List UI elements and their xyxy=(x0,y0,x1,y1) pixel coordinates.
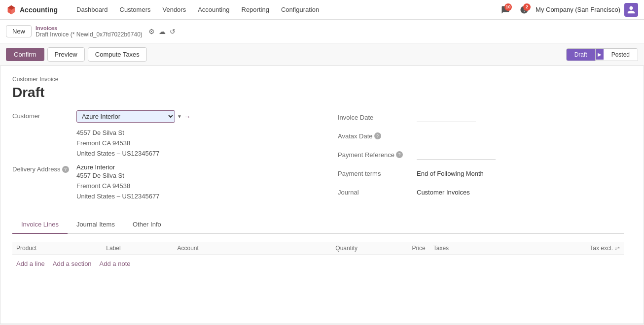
delivery-address-field: Delivery Address ? Azure Interior 4557 D… xyxy=(12,163,318,201)
payment-terms-value: End of Following Month xyxy=(417,170,484,177)
app-brand: Accounting xyxy=(20,6,58,14)
delivery-address-label: Delivery Address ? xyxy=(12,163,76,173)
nav-accounting[interactable]: Accounting xyxy=(192,0,235,20)
payment-reference-field: Payment Reference ? xyxy=(338,148,624,162)
nav-reporting[interactable]: Reporting xyxy=(236,0,275,20)
avatax-help-icon[interactable]: ? xyxy=(374,132,381,139)
avatax-date-field: Avatax Date ? xyxy=(338,129,624,143)
tab-other-info[interactable]: Other Info xyxy=(124,216,170,234)
nav-dashboard[interactable]: Dashboard xyxy=(71,0,114,20)
table-actions: Add a line Add a section Add a note xyxy=(12,255,624,272)
delivery-label-text: Delivery Address xyxy=(12,165,61,173)
status-posted[interactable]: Posted xyxy=(604,49,638,61)
invoice-type-label: Customer Invoice xyxy=(12,76,624,83)
col-account: Account xyxy=(173,242,266,255)
updates-badge: 2 xyxy=(523,3,531,11)
user-avatar[interactable] xyxy=(624,3,638,17)
delivery-address-value: Azure Interior 4557 De Silva St Fremont … xyxy=(76,163,318,201)
add-line-link[interactable]: Add a line xyxy=(16,260,45,267)
delivery-help-icon[interactable]: ? xyxy=(62,166,69,173)
toolbar: Confirm Preview Compute Taxes Draft ▶ Po… xyxy=(0,43,644,66)
compute-taxes-button[interactable]: Compute Taxes xyxy=(88,47,147,62)
status-draft[interactable]: Draft xyxy=(567,49,596,61)
discard-icon[interactable]: ↺ xyxy=(170,28,176,35)
col-product: Product xyxy=(12,242,102,255)
add-note-link[interactable]: Add a note xyxy=(100,260,131,267)
payment-reference-value[interactable] xyxy=(417,150,496,160)
col-label: Label xyxy=(102,242,173,255)
status-bar: Draft ▶ Posted xyxy=(566,48,638,61)
settings-icon[interactable]: ⚙ xyxy=(148,28,155,35)
tabs-bar: Invoice Lines Journal Items Other Info xyxy=(12,216,624,234)
main-form: Customer Invoice Draft Customer Azure In… xyxy=(0,66,644,324)
form-right: Invoice Date Avatax Date ? xyxy=(318,110,624,206)
avatax-date-label: Avatax Date ? xyxy=(338,132,417,140)
journal-label: Journal xyxy=(338,189,417,196)
status-arrow-icon: ▶ xyxy=(596,49,604,60)
breadcrumb-parent[interactable]: Invoices xyxy=(36,25,143,31)
customer-external-link-icon[interactable]: → xyxy=(184,113,191,121)
messages-button[interactable]: 10 xyxy=(498,2,513,17)
col-quantity: Quantity xyxy=(266,242,361,255)
tab-invoice-lines[interactable]: Invoice Lines xyxy=(12,216,68,234)
customer-address-line2: Fremont CA 94538 xyxy=(76,138,159,149)
payment-terms-field: Payment terms End of Following Month xyxy=(338,166,624,180)
app-logo[interactable]: Accounting xyxy=(6,4,66,15)
nav-configuration[interactable]: Configuration xyxy=(275,0,325,20)
top-navigation: Accounting Dashboard Customers Vendors A… xyxy=(0,0,644,20)
confirm-button[interactable]: Confirm xyxy=(6,48,44,61)
preview-button[interactable]: Preview xyxy=(47,47,85,62)
tab-journal-items[interactable]: Journal Items xyxy=(68,216,124,234)
payment-reference-help-icon[interactable]: ? xyxy=(396,151,403,158)
new-button[interactable]: New xyxy=(6,25,32,37)
cloud-icon[interactable]: ☁ xyxy=(159,28,166,35)
breadcrumb: Invoices Draft Invoice (* NewId_0x7fd702… xyxy=(36,25,143,38)
invoice-lines-table: Product Label Account Quantity Price Tax… xyxy=(12,242,624,256)
form-left: Customer Azure Interior ▼ → xyxy=(12,110,318,206)
delivery-address-line3: United States – US12345677 xyxy=(76,192,318,202)
nav-vendors[interactable]: Vendors xyxy=(156,0,192,20)
delivery-name: Azure Interior xyxy=(76,163,318,171)
customer-address-label-spacer xyxy=(12,128,76,130)
invoice-status: Draft xyxy=(12,85,624,100)
customer-select[interactable]: Azure Interior xyxy=(76,110,175,123)
delivery-address-line1: 4557 De Silva St xyxy=(76,171,318,181)
journal-field: Journal Customer Invoices xyxy=(338,185,624,199)
invoice-date-input[interactable] xyxy=(417,112,476,122)
col-tax-excl: Tax excl. ⇌ xyxy=(503,242,624,255)
invoice-date-field: Invoice Date xyxy=(338,110,624,124)
action-bar: New Invoices Draft Invoice (* NewId_0x7f… xyxy=(0,20,644,43)
col-taxes: Taxes xyxy=(429,242,504,255)
invoice-date-value[interactable] xyxy=(417,112,476,122)
payment-terms-label: Payment terms xyxy=(338,170,417,177)
nav-customers[interactable]: Customers xyxy=(114,0,157,20)
customer-address-line3: United States – US12345677 xyxy=(76,149,159,159)
customer-address-line1: 4557 De Silva St xyxy=(76,128,159,138)
col-price: Price xyxy=(361,242,429,255)
customer-address: 4557 De Silva St Fremont CA 94538 United… xyxy=(76,128,159,159)
payment-reference-label: Payment Reference ? xyxy=(338,151,417,159)
customer-label: Customer xyxy=(12,110,76,120)
customer-field: Customer Azure Interior ▼ → xyxy=(12,110,318,124)
updates-button[interactable]: 2 xyxy=(517,2,532,17)
breadcrumb-current: Draft Invoice (* NewId_0x7fd7022b6740) xyxy=(36,31,143,38)
company-name: My Company (San Francisco) xyxy=(536,6,620,13)
journal-value: Customer Invoices xyxy=(417,189,470,196)
customer-dropdown-icon: ▼ xyxy=(177,114,182,119)
customer-address-row: 4557 De Silva St Fremont CA 94538 United… xyxy=(12,128,318,159)
invoice-date-label: Invoice Date xyxy=(338,114,417,121)
column-settings-icon[interactable]: ⇌ xyxy=(615,245,620,252)
payment-reference-input[interactable] xyxy=(417,150,496,160)
messages-badge: 10 xyxy=(504,3,512,11)
add-section-link[interactable]: Add a section xyxy=(53,260,92,267)
delivery-address-line2: Fremont CA 94538 xyxy=(76,181,318,192)
